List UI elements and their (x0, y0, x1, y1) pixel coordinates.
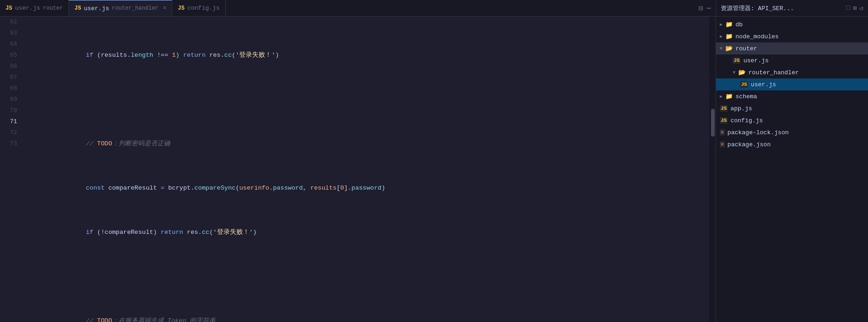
sidebar-item-label-package-lock: package-lock.json (728, 129, 789, 136)
js-icon-router-user: JS (733, 57, 741, 64)
code-line-67 (30, 271, 709, 282)
code-line-64: // TODO：判断密码是否正确 (30, 138, 709, 149)
sidebar-item-node-modules[interactable]: ▶ 📁 node_modules (716, 30, 868, 42)
sidebar-item-router-userjs[interactable]: JS user.js (716, 54, 868, 66)
chevron-right-icon-schema: ▶ (720, 94, 723, 99)
line-num-72: 72 (0, 127, 21, 138)
more-actions-icon[interactable]: ⋯ (706, 4, 711, 13)
sidebar-item-label-configjs: config.js (730, 117, 763, 124)
sidebar-title: 资源管理器: API_SER... (721, 4, 794, 12)
sidebar-item-label-db: db (735, 21, 743, 28)
tab-label: user.js (15, 5, 40, 12)
tab-js-icon: JS (6, 5, 12, 12)
folder-icon-nm: 📁 (725, 33, 733, 40)
tab-js-icon-active: JS (74, 5, 81, 12)
code-editor: 62 63 64 65 66 67 68 69 70 71 72 73 if (… (0, 17, 716, 322)
tab-bar: JS user.js router JS user.js router_hand… (0, 0, 716, 17)
tab-label-active: user.js (84, 5, 109, 12)
chevron-right-icon-nm: ▶ (720, 34, 723, 39)
sidebar-item-label-package: package.json (728, 141, 771, 148)
scrollbar-thumb[interactable] (711, 109, 715, 137)
folder-icon-db: 📁 (725, 21, 733, 28)
sidebar-item-label-appjs: app.js (730, 105, 752, 112)
sidebar-item-rh-userjs[interactable]: JS user.js (716, 78, 868, 90)
line-num-70: 70 (0, 105, 21, 116)
sidebar-item-appjs[interactable]: JS app.js (716, 102, 868, 114)
code-line-68: // TODO：在服务器端生成 Token 的字符串 (30, 316, 709, 322)
editor-area: JS user.js router JS user.js router_hand… (0, 0, 716, 322)
js-icon-config: JS (720, 117, 728, 124)
sidebar-item-router[interactable]: ▼ 📂 router (716, 42, 868, 54)
tab-sublabel-active: router_handler (112, 5, 158, 12)
js-icon-rh-user: JS (740, 81, 748, 88)
sidebar-item-db[interactable]: ▶ 📁 db (716, 18, 868, 30)
line-num-69: 69 (0, 94, 21, 105)
tab-label-config: config.js (187, 5, 220, 12)
line-num-63: 63 (0, 28, 21, 39)
sidebar: 资源管理器: API_SER... □ ⊞ ↺ ▶ 📁 db ▶ 📁 node_… (716, 0, 868, 322)
line-num-62: 62 (0, 17, 21, 28)
sidebar-header-icons: □ ⊞ ↺ (846, 4, 863, 12)
sidebar-item-label-router-userjs: user.js (743, 57, 769, 64)
sidebar-item-router-handler[interactable]: ▼ 📂 router_handler (716, 66, 868, 78)
tab-config[interactable]: JS config.js (172, 0, 226, 16)
line-numbers: 62 63 64 65 66 67 68 69 70 71 72 73 (0, 17, 25, 322)
folder-icon-schema: 📁 (725, 93, 733, 100)
chevron-down-icon-rh: ▼ (733, 70, 735, 75)
line-num-68: 68 (0, 83, 21, 94)
sidebar-item-package[interactable]: ≡ package.json (716, 138, 868, 150)
line-num-67: 67 (0, 72, 21, 83)
json-icon-lock: ≡ (720, 129, 725, 136)
code-content[interactable]: if (results.length !== 1) return res.cc(… (25, 17, 709, 322)
sidebar-item-label-rh: router_handler (748, 69, 799, 76)
split-editor-icon[interactable]: ⊟ (699, 4, 703, 13)
code-line-63 (30, 94, 709, 105)
code-line-66: if (!compareResult) return res.cc('登录失败！… (30, 227, 709, 238)
tab-sublabel: router (43, 5, 63, 12)
json-icon-pkg: ≡ (720, 141, 725, 148)
tab-user-router-handler[interactable]: JS user.js router_handler × (69, 0, 172, 16)
line-num-73: 73 (0, 138, 21, 149)
folder-icon-router: 📂 (725, 45, 733, 52)
new-folder-icon[interactable]: ⊞ (853, 4, 856, 12)
folder-icon-rh: 📂 (738, 69, 746, 76)
tab-bar-actions: ⊟ ⋯ (694, 4, 716, 13)
line-num-64: 64 (0, 39, 21, 50)
sidebar-item-schema[interactable]: ▶ 📁 schema (716, 90, 868, 102)
tab-user-router[interactable]: JS user.js router (0, 0, 69, 16)
sidebar-item-package-lock[interactable]: ≡ package-lock.json (716, 126, 868, 138)
sidebar-item-label-schema: schema (735, 93, 757, 100)
sidebar-item-configjs[interactable]: JS config.js (716, 114, 868, 126)
refresh-icon[interactable]: ↺ (860, 4, 863, 12)
sidebar-content: ▶ 📁 db ▶ 📁 node_modules ▼ 📂 router JS us… (716, 17, 868, 322)
scrollbar-track[interactable] (709, 17, 716, 322)
tab-js-icon-config: JS (178, 5, 184, 12)
line-num-65: 65 (0, 50, 21, 61)
line-num-66: 66 (0, 61, 21, 72)
new-file-icon[interactable]: □ (846, 4, 850, 12)
sidebar-item-label-nm: node_modules (735, 33, 779, 40)
code-line-65: const compareResult = bcrypt.compareSync… (30, 183, 709, 194)
js-icon-app: JS (720, 105, 728, 112)
tab-close-button[interactable]: × (163, 5, 166, 12)
line-num-71: 71 (0, 116, 21, 127)
sidebar-header: 资源管理器: API_SER... □ ⊞ ↺ (716, 0, 868, 17)
chevron-right-icon: ▶ (720, 22, 723, 27)
sidebar-item-label-router: router (735, 45, 757, 52)
chevron-down-icon-router: ▼ (720, 46, 723, 51)
code-line-62: if (results.length !== 1) return res.cc(… (30, 50, 709, 61)
sidebar-item-label-rh-userjs: user.js (751, 81, 776, 88)
